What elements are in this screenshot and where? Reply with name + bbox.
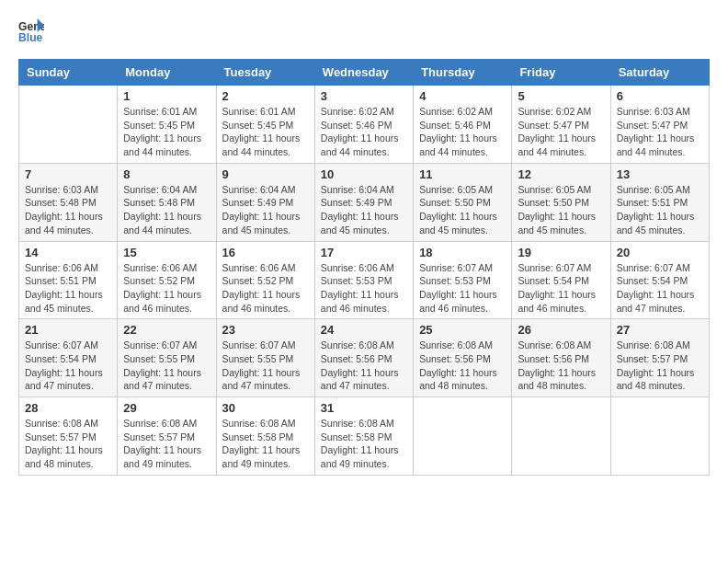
day-number: 18 xyxy=(419,246,506,259)
weekday-header-saturday: Saturday xyxy=(610,60,709,86)
day-cell: 3Sunrise: 6:02 AMSunset: 5:46 PMDaylight… xyxy=(314,86,413,164)
day-cell: 19Sunrise: 6:07 AMSunset: 5:54 PMDayligh… xyxy=(512,241,610,319)
day-number: 22 xyxy=(123,323,210,337)
weekday-header-thursday: Thursday xyxy=(414,60,512,86)
day-info: Sunrise: 6:02 AMSunset: 5:47 PMDaylight:… xyxy=(518,105,604,159)
weekday-header-monday: Monday xyxy=(118,60,216,86)
day-cell: 1Sunrise: 6:01 AMSunset: 5:45 PMDaylight… xyxy=(118,86,216,164)
week-row-2: 7Sunrise: 6:03 AMSunset: 5:48 PMDaylight… xyxy=(19,163,710,241)
day-cell: 28Sunrise: 6:08 AMSunset: 5:57 PMDayligh… xyxy=(19,397,118,476)
day-info: Sunrise: 6:07 AMSunset: 5:53 PMDaylight:… xyxy=(419,261,506,316)
day-number: 10 xyxy=(321,167,407,181)
day-info: Sunrise: 6:06 AMSunset: 5:51 PMDaylight:… xyxy=(25,261,111,316)
day-info: Sunrise: 6:07 AMSunset: 5:54 PMDaylight:… xyxy=(518,261,604,316)
day-info: Sunrise: 6:01 AMSunset: 5:45 PMDaylight:… xyxy=(123,105,210,159)
day-cell: 7Sunrise: 6:03 AMSunset: 5:48 PMDaylight… xyxy=(19,163,118,241)
day-number: 11 xyxy=(419,167,506,181)
day-info: Sunrise: 6:08 AMSunset: 5:56 PMDaylight:… xyxy=(419,339,506,393)
day-cell: 16Sunrise: 6:06 AMSunset: 5:52 PMDayligh… xyxy=(216,241,314,319)
day-cell xyxy=(19,86,118,164)
day-info: Sunrise: 6:05 AMSunset: 5:50 PMDaylight:… xyxy=(419,183,506,237)
calendar-table: SundayMondayTuesdayWednesdayThursdayFrid… xyxy=(18,59,710,476)
day-cell: 10Sunrise: 6:04 AMSunset: 5:49 PMDayligh… xyxy=(314,163,413,241)
day-info: Sunrise: 6:06 AMSunset: 5:53 PMDaylight:… xyxy=(321,261,407,316)
day-number: 19 xyxy=(518,246,604,259)
day-cell: 11Sunrise: 6:05 AMSunset: 5:50 PMDayligh… xyxy=(414,163,512,241)
day-number: 1 xyxy=(123,89,210,103)
day-cell: 4Sunrise: 6:02 AMSunset: 5:46 PMDaylight… xyxy=(414,86,512,164)
day-number: 31 xyxy=(321,401,407,415)
day-cell: 6Sunrise: 6:03 AMSunset: 5:47 PMDaylight… xyxy=(610,86,709,164)
day-number: 25 xyxy=(419,323,506,337)
day-info: Sunrise: 6:03 AMSunset: 5:48 PMDaylight:… xyxy=(25,183,111,237)
day-number: 15 xyxy=(123,246,210,259)
day-info: Sunrise: 6:07 AMSunset: 5:54 PMDaylight:… xyxy=(25,339,111,393)
day-number: 16 xyxy=(222,246,309,259)
weekday-header-friday: Friday xyxy=(512,60,610,86)
day-cell xyxy=(414,397,512,476)
day-cell: 14Sunrise: 6:06 AMSunset: 5:51 PMDayligh… xyxy=(19,241,118,319)
day-info: Sunrise: 6:04 AMSunset: 5:49 PMDaylight:… xyxy=(321,183,407,237)
day-info: Sunrise: 6:08 AMSunset: 5:57 PMDaylight:… xyxy=(123,417,210,471)
day-number: 12 xyxy=(518,167,604,181)
logo-icon: General Blue xyxy=(18,18,44,44)
page-header: General Blue xyxy=(18,18,710,44)
day-info: Sunrise: 6:06 AMSunset: 5:52 PMDaylight:… xyxy=(222,261,309,316)
day-number: 27 xyxy=(617,323,703,337)
day-info: Sunrise: 6:01 AMSunset: 5:45 PMDaylight:… xyxy=(222,105,309,159)
day-info: Sunrise: 6:06 AMSunset: 5:52 PMDaylight:… xyxy=(123,261,210,316)
day-number: 3 xyxy=(321,89,407,103)
day-cell: 20Sunrise: 6:07 AMSunset: 5:54 PMDayligh… xyxy=(610,241,709,319)
day-info: Sunrise: 6:08 AMSunset: 5:57 PMDaylight:… xyxy=(617,339,703,393)
day-cell: 26Sunrise: 6:08 AMSunset: 5:56 PMDayligh… xyxy=(512,319,610,397)
week-row-4: 21Sunrise: 6:07 AMSunset: 5:54 PMDayligh… xyxy=(19,319,710,397)
day-cell: 29Sunrise: 6:08 AMSunset: 5:57 PMDayligh… xyxy=(118,397,216,476)
day-cell xyxy=(512,397,610,476)
weekday-header-row: SundayMondayTuesdayWednesdayThursdayFrid… xyxy=(19,60,710,86)
day-number: 21 xyxy=(25,323,111,337)
day-number: 20 xyxy=(617,246,703,259)
day-number: 30 xyxy=(222,401,309,415)
day-cell: 24Sunrise: 6:08 AMSunset: 5:56 PMDayligh… xyxy=(314,319,413,397)
week-row-1: 1Sunrise: 6:01 AMSunset: 5:45 PMDaylight… xyxy=(19,86,710,164)
day-cell: 23Sunrise: 6:07 AMSunset: 5:55 PMDayligh… xyxy=(216,319,314,397)
day-cell: 8Sunrise: 6:04 AMSunset: 5:48 PMDaylight… xyxy=(118,163,216,241)
weekday-header-tuesday: Tuesday xyxy=(216,60,314,86)
day-number: 29 xyxy=(123,401,210,415)
day-info: Sunrise: 6:07 AMSunset: 5:55 PMDaylight:… xyxy=(123,339,210,393)
weekday-header-sunday: Sunday xyxy=(19,60,118,86)
day-info: Sunrise: 6:05 AMSunset: 5:51 PMDaylight:… xyxy=(617,183,703,237)
day-number: 7 xyxy=(25,167,111,181)
day-number: 8 xyxy=(123,167,210,181)
day-info: Sunrise: 6:05 AMSunset: 5:50 PMDaylight:… xyxy=(518,183,604,237)
day-number: 6 xyxy=(617,89,703,103)
day-number: 5 xyxy=(518,89,604,103)
day-cell: 31Sunrise: 6:08 AMSunset: 5:58 PMDayligh… xyxy=(314,397,413,476)
day-number: 17 xyxy=(321,246,407,259)
day-cell: 17Sunrise: 6:06 AMSunset: 5:53 PMDayligh… xyxy=(314,241,413,319)
day-info: Sunrise: 6:08 AMSunset: 5:56 PMDaylight:… xyxy=(321,339,407,393)
day-info: Sunrise: 6:07 AMSunset: 5:55 PMDaylight:… xyxy=(222,339,309,393)
day-cell: 25Sunrise: 6:08 AMSunset: 5:56 PMDayligh… xyxy=(414,319,512,397)
day-number: 13 xyxy=(617,167,703,181)
day-info: Sunrise: 6:03 AMSunset: 5:47 PMDaylight:… xyxy=(617,105,703,159)
day-cell: 13Sunrise: 6:05 AMSunset: 5:51 PMDayligh… xyxy=(610,163,709,241)
day-cell xyxy=(610,397,709,476)
day-number: 26 xyxy=(518,323,604,337)
day-cell: 9Sunrise: 6:04 AMSunset: 5:49 PMDaylight… xyxy=(216,163,314,241)
logo: General Blue xyxy=(18,18,48,44)
day-info: Sunrise: 6:08 AMSunset: 5:56 PMDaylight:… xyxy=(518,339,604,393)
day-number: 28 xyxy=(25,401,111,415)
svg-text:Blue: Blue xyxy=(18,31,43,44)
day-info: Sunrise: 6:08 AMSunset: 5:58 PMDaylight:… xyxy=(321,417,407,471)
day-info: Sunrise: 6:07 AMSunset: 5:54 PMDaylight:… xyxy=(617,261,703,316)
day-info: Sunrise: 6:02 AMSunset: 5:46 PMDaylight:… xyxy=(321,105,407,159)
day-cell: 21Sunrise: 6:07 AMSunset: 5:54 PMDayligh… xyxy=(19,319,118,397)
day-number: 24 xyxy=(321,323,407,337)
day-cell: 12Sunrise: 6:05 AMSunset: 5:50 PMDayligh… xyxy=(512,163,610,241)
day-number: 23 xyxy=(222,323,309,337)
day-info: Sunrise: 6:04 AMSunset: 5:48 PMDaylight:… xyxy=(123,183,210,237)
day-number: 2 xyxy=(222,89,309,103)
day-number: 9 xyxy=(222,167,309,181)
day-cell: 5Sunrise: 6:02 AMSunset: 5:47 PMDaylight… xyxy=(512,86,610,164)
